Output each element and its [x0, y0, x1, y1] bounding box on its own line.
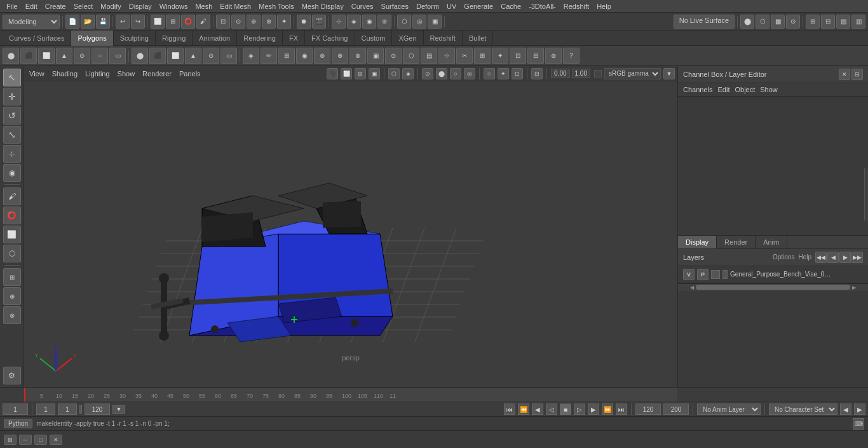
shelf-smooth-btn[interactable]: ⬡: [403, 48, 419, 64]
scroll-thumb[interactable]: [696, 285, 850, 290]
undo-btn[interactable]: ↩: [116, 15, 130, 29]
tab-xgen[interactable]: XGen: [392, 31, 423, 46]
vp-iso-btn[interactable]: ⊙: [422, 68, 433, 79]
vp-gamma-down-btn[interactable]: ▼: [663, 68, 675, 79]
vp-renderer-menu[interactable]: Renderer: [140, 70, 174, 78]
menu-uv[interactable]: UV: [443, 0, 460, 13]
next-key-btn[interactable]: ⏩: [602, 404, 613, 415]
tab-sculpting[interactable]: Sculpting: [114, 31, 156, 46]
new-file-btn[interactable]: 📄: [65, 15, 79, 29]
vp-lighting-menu[interactable]: Lighting: [83, 70, 112, 78]
obj-btn[interactable]: ◈: [347, 15, 361, 29]
render3-btn[interactable]: ▦: [771, 15, 785, 29]
shelf-separate-btn[interactable]: ⊗: [349, 48, 366, 64]
attr-tool-btn[interactable]: ⊞: [3, 268, 21, 286]
snap-point-btn[interactable]: ⊕: [247, 15, 261, 29]
rp-show-menu[interactable]: Show: [760, 86, 778, 93]
rp-object-menu[interactable]: Object: [735, 86, 755, 93]
shelf-deform-btn[interactable]: ⊡: [510, 48, 526, 64]
rp-close-btn[interactable]: ✕: [839, 69, 850, 80]
range-max-input[interactable]: [663, 404, 689, 415]
menu-file[interactable]: File: [3, 0, 22, 13]
marquee-tool-btn[interactable]: ⬜: [3, 226, 21, 243]
display-btn[interactable]: ▣: [428, 15, 442, 29]
menu-deform[interactable]: Deform: [412, 0, 443, 13]
layers-next-btn[interactable]: ▶: [839, 252, 851, 263]
prev-key-btn[interactable]: ⏪: [518, 404, 529, 415]
vp-aa2-btn[interactable]: ⊟: [531, 68, 543, 79]
paint-btn[interactable]: 🖌: [196, 15, 210, 29]
shelf-bool-btn[interactable]: ⊙: [385, 48, 402, 64]
python-label[interactable]: Python: [4, 419, 32, 428]
play-back-btn[interactable]: ◁: [546, 404, 557, 415]
tab-animation[interactable]: Animation: [193, 31, 237, 46]
win-max-btn[interactable]: □: [34, 435, 47, 445]
vp-ssao-btn[interactable]: ✦: [498, 68, 509, 79]
shelf-multi-btn[interactable]: ✦: [492, 48, 508, 64]
sym-btn[interactable]: ⊛: [377, 15, 391, 29]
menu-windows[interactable]: Windows: [156, 0, 192, 13]
lasso-btn[interactable]: ⭕: [181, 15, 195, 29]
menu-edit[interactable]: Edit: [22, 0, 41, 13]
lasso-tool-btn[interactable]: ⭕: [3, 207, 21, 224]
soft-sel-btn[interactable]: ◉: [3, 164, 21, 182]
vp-show-menu[interactable]: Show: [115, 70, 138, 78]
rp-detach-btn[interactable]: ⊟: [851, 69, 863, 80]
select-btn[interactable]: ⬜: [151, 15, 165, 29]
win-min-btn[interactable]: ─: [19, 435, 32, 445]
viewport-3d[interactable]: X Y Z persp: [24, 81, 677, 387]
tab-polygons[interactable]: Polygons: [71, 31, 113, 46]
frame-end-input[interactable]: [58, 404, 77, 415]
step-back-btn[interactable]: ◀: [532, 404, 543, 415]
vp-frame-btn[interactable]: ⬜: [341, 68, 352, 79]
menu-mesh-tools[interactable]: Mesh Tools: [255, 0, 297, 13]
tab-rigging[interactable]: Rigging: [156, 31, 193, 46]
layout1-btn[interactable]: ⊞: [806, 15, 820, 29]
rp-channels-menu[interactable]: Channels: [683, 86, 712, 93]
current-frame-input[interactable]: [3, 404, 28, 415]
xray-btn[interactable]: ⬡: [397, 15, 411, 29]
snap-view-btn[interactable]: ⊗: [262, 15, 276, 29]
shelf-nurbs-cube-btn[interactable]: ⬛: [149, 48, 166, 64]
menu-create[interactable]: Create: [41, 0, 70, 13]
transform-tool-btn[interactable]: ⊹: [3, 145, 21, 163]
char-set-next-btn[interactable]: ▶: [854, 404, 865, 415]
snap-multi-btn[interactable]: ✦: [277, 15, 291, 29]
tab-curves-surfaces[interactable]: Curves / Surfaces: [3, 31, 71, 46]
shelf-extract-btn[interactable]: ▣: [367, 48, 384, 64]
scroll-right-btn[interactable]: ▶: [850, 283, 858, 291]
layer-vis-v-btn[interactable]: V: [683, 269, 695, 280]
rp-edit-menu[interactable]: Edit: [717, 86, 729, 93]
menu-mesh[interactable]: Mesh: [191, 0, 216, 13]
menu-surfaces[interactable]: Surfaces: [377, 0, 412, 13]
vp-camera-btn[interactable]: 🎥: [327, 68, 338, 79]
shelf-cone-btn[interactable]: ▲: [56, 48, 72, 64]
timeline-ruler[interactable]: 5 10 15 20 25 30 35 40 45 50 55 60 65 70…: [24, 388, 677, 402]
range-drag-handle[interactable]: [79, 405, 82, 414]
render4-btn[interactable]: ⊙: [786, 15, 800, 29]
shelf-sphere-btn[interactable]: ⬤: [3, 48, 19, 64]
tab-rendering[interactable]: Rendering: [237, 31, 283, 46]
bottom-settings-btn[interactable]: ⚙: [3, 367, 21, 384]
transform-btn[interactable]: ⊹: [332, 15, 346, 29]
range-end-handle[interactable]: ▼: [112, 405, 125, 414]
skip-start-btn[interactable]: ⏮: [504, 404, 515, 415]
shelf-insert-btn[interactable]: ⊞: [474, 48, 491, 64]
select-tool-btn[interactable]: ↖: [3, 69, 21, 86]
char-set-prev-btn[interactable]: ◀: [840, 404, 851, 415]
vp-xray-btn[interactable]: ◎: [464, 68, 475, 79]
render-tab[interactable]: Render: [717, 236, 756, 248]
render-btn[interactable]: 🎬: [312, 15, 326, 29]
select2-btn[interactable]: ⊞: [166, 15, 180, 29]
menu-display[interactable]: Display: [125, 0, 156, 13]
menu-modify[interactable]: Modify: [97, 0, 125, 13]
no-live-surface-btn[interactable]: No Live Surface: [674, 15, 735, 29]
tab-bullet[interactable]: Bullet: [463, 31, 494, 46]
tab-fx-caching[interactable]: FX Caching: [305, 31, 355, 46]
shelf-nurbs-sphere-btn[interactable]: ⬤: [132, 48, 148, 64]
shelf-fill-btn[interactable]: ▤: [421, 48, 437, 64]
rotate-tool-btn[interactable]: ↺: [3, 107, 21, 125]
menu-select[interactable]: Select: [70, 0, 97, 13]
vp-sel-mode-btn[interactable]: ⬡: [388, 68, 400, 79]
save-file-btn[interactable]: 💾: [96, 15, 110, 29]
